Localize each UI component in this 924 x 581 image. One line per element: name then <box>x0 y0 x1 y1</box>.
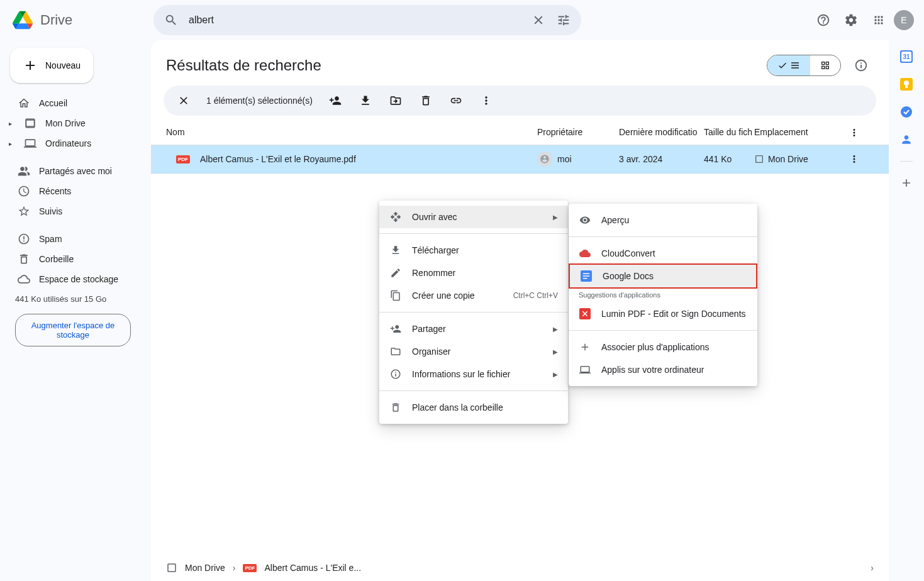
search-icon[interactable] <box>159 8 184 33</box>
new-button-label: Nouveau <box>45 60 81 70</box>
menu-rename[interactable]: Renommer <box>379 262 568 284</box>
page-title: Résultats de recherche <box>166 57 767 74</box>
help-icon[interactable] <box>811 8 836 33</box>
chevron-right-icon: › <box>233 563 236 573</box>
delete-icon[interactable] <box>413 88 438 113</box>
logo-area: Drive <box>10 8 148 33</box>
svg-rect-2 <box>583 275 590 277</box>
sidebar-item-recent[interactable]: Récents <box>5 181 141 201</box>
close-selection-icon[interactable] <box>171 88 196 113</box>
search-bar[interactable] <box>153 5 581 35</box>
selection-count: 1 élément(s) sélectionné(s) <box>206 96 313 106</box>
side-panel: 31 <box>889 40 924 581</box>
link-icon[interactable] <box>443 88 469 113</box>
search-options-icon[interactable] <box>551 8 576 33</box>
calendar-icon[interactable]: 31 <box>900 50 913 63</box>
breadcrumb-root[interactable]: Mon Drive <box>185 563 225 573</box>
menu-share[interactable]: Partager ▶ <box>379 318 568 340</box>
sidebar-item-shared[interactable]: Partagés avec moi <box>5 161 141 181</box>
sidebar-item-computers[interactable]: ▸ Ordinateurs <box>5 133 141 153</box>
svg-rect-10 <box>905 86 908 88</box>
move-icon[interactable] <box>383 88 408 113</box>
submenu-lumin[interactable]: Lumin PDF - Edit or Sign Documents <box>569 302 757 325</box>
contacts-icon[interactable] <box>900 133 913 146</box>
submenu-preview[interactable]: Aperçu <box>569 209 757 231</box>
sidebar-item-mydrive[interactable]: ▸ Mon Drive <box>5 113 141 133</box>
submenu-google-docs[interactable]: Google Docs <box>569 263 757 289</box>
location-name: Mon Drive <box>768 154 808 164</box>
col-name[interactable]: Nom <box>166 127 537 138</box>
file-name: Albert Camus - L'Exil et le Royaume.pdf <box>200 154 356 164</box>
list-view-button[interactable] <box>767 55 810 75</box>
table-header: Nom Propriétaire Dernière modificatio Ta… <box>151 121 889 145</box>
svg-point-11 <box>901 106 912 118</box>
svg-rect-1 <box>583 274 590 275</box>
submenu-connect-more[interactable]: Associer plus d'applications <box>569 336 757 358</box>
storage-usage: 441 Ko utilisés sur 15 Go <box>5 289 141 309</box>
sidebar-item-spam[interactable]: Spam <box>5 229 141 249</box>
pdf-icon: PDF <box>243 564 257 572</box>
breadcrumb-root-icon <box>166 562 177 573</box>
sidebar: Nouveau Accueil ▸ Mon Drive ▸ Ordinateur… <box>0 40 151 581</box>
menu-file-info[interactable]: Informations sur le fichier ▶ <box>379 363 568 385</box>
view-toggle <box>767 55 841 76</box>
app-name: Drive <box>40 12 72 28</box>
row-menu-icon[interactable] <box>849 153 860 165</box>
clear-search-icon[interactable] <box>526 8 551 33</box>
submenu-suggestions-heading: Suggestions d'applications <box>569 287 757 302</box>
col-owner[interactable]: Propriétaire <box>537 127 619 138</box>
apps-icon[interactable] <box>866 8 891 33</box>
file-size: 441 Ko <box>704 154 754 164</box>
header: Drive E <box>0 0 924 40</box>
upgrade-storage-button[interactable]: Augmenter l'espace de stockage <box>15 314 131 346</box>
tasks-icon[interactable] <box>900 106 913 118</box>
grid-view-button[interactable] <box>810 55 840 75</box>
context-menu: Ouvrir avec ▶ Télécharger Renommer Créer… <box>379 201 568 424</box>
menu-open-with[interactable]: Ouvrir avec ▶ <box>379 206 568 228</box>
keep-icon[interactable] <box>900 78 913 91</box>
download-icon[interactable] <box>353 88 378 113</box>
search-input[interactable] <box>184 14 526 26</box>
pdf-icon: PDF <box>176 155 190 163</box>
breadcrumb-file[interactable]: Albert Camus - L'Exil e... <box>264 563 361 573</box>
owner-avatar-icon <box>537 152 552 167</box>
col-location[interactable]: Emplacement <box>754 127 849 138</box>
menu-make-copy[interactable]: Créer une copie Ctrl+C Ctrl+V <box>379 284 568 307</box>
col-modified[interactable]: Dernière modificatio <box>619 127 704 138</box>
drive-logo-icon[interactable] <box>10 8 35 33</box>
new-button[interactable]: Nouveau <box>10 48 93 83</box>
share-icon[interactable] <box>323 88 348 113</box>
menu-trash[interactable]: Placer dans la corbeille <box>379 396 568 419</box>
breadcrumb: Mon Drive › PDF Albert Camus - L'Exil e.… <box>151 554 889 581</box>
col-size[interactable]: Taille du fich <box>704 127 754 138</box>
add-panel-icon[interactable] <box>900 177 913 189</box>
chevron-right-icon[interactable]: › <box>871 563 874 573</box>
column-menu-icon[interactable] <box>849 127 860 138</box>
settings-icon[interactable] <box>838 8 864 33</box>
sidebar-item-storage[interactable]: Espace de stockage <box>5 269 141 289</box>
sidebar-item-trash[interactable]: Corbeille <box>5 249 141 269</box>
sidebar-item-home[interactable]: Accueil <box>5 93 141 113</box>
modified-date: 3 avr. 2024 <box>619 154 704 164</box>
folder-icon <box>754 154 764 164</box>
menu-organize[interactable]: Organiser ▶ <box>379 340 568 363</box>
submenu-cloudconvert[interactable]: CloudConvert <box>569 242 757 265</box>
user-avatar[interactable]: E <box>894 10 914 30</box>
submenu-apps-device[interactable]: Applis sur votre ordinateur <box>569 358 757 381</box>
svg-text:31: 31 <box>903 53 910 60</box>
header-right: E <box>811 8 914 33</box>
menu-download[interactable]: Télécharger <box>379 239 568 262</box>
more-icon[interactable] <box>474 88 499 113</box>
svg-rect-3 <box>583 278 587 279</box>
open-with-submenu: Aperçu CloudConvert Google Docs Suggesti… <box>569 204 757 386</box>
selection-action-bar: 1 élément(s) sélectionné(s) <box>164 86 876 116</box>
info-icon[interactable] <box>849 53 874 78</box>
sidebar-item-starred[interactable]: Suivis <box>5 201 141 221</box>
owner-name: moi <box>557 154 572 164</box>
table-row[interactable]: PDF Albert Camus - L'Exil et le Royaume.… <box>151 145 889 174</box>
main-content: Résultats de recherche <box>151 40 889 581</box>
svg-point-9 <box>904 80 909 86</box>
